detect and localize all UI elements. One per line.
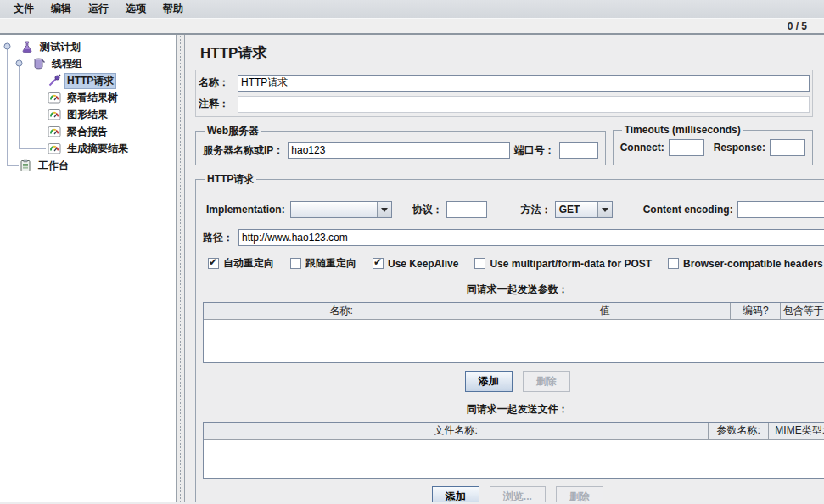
keepalive-checkbox[interactable]: Use KeepAlive	[373, 258, 458, 270]
implementation-label: Implementation:	[206, 204, 285, 216]
method-combo[interactable]: GET	[555, 201, 613, 218]
tree-item-label: 图形结果	[64, 107, 110, 123]
tree-connector	[19, 81, 46, 81]
http-request-legend: HTTP请求	[205, 172, 256, 187]
server-name-label: 服务器名称或IP：	[203, 143, 283, 158]
tree-connector	[19, 115, 46, 115]
content-encoding-label: Content encoding:	[643, 204, 733, 216]
tree-item-label: 线程组	[49, 56, 85, 72]
response-timeout-label: Response:	[714, 142, 765, 154]
timeouts-group: Timeouts (milliseconds) Connect: Respons…	[613, 124, 813, 165]
tree-connector	[19, 98, 46, 98]
tree-item-test-plan[interactable]: 测试计划	[20, 38, 83, 55]
tree-connector	[7, 165, 19, 166]
tree-item-label: HTTP请求	[64, 73, 116, 89]
checkbox-box	[373, 258, 384, 269]
params-add-button[interactable]: 添加	[465, 371, 513, 392]
params-section-title: 同请求一起发送参数：	[203, 283, 824, 297]
params-col-value[interactable]: 值	[479, 303, 731, 320]
files-col-param-name[interactable]: 参数名称:	[709, 423, 768, 440]
protocol-input[interactable]	[446, 201, 487, 218]
connect-timeout-label: Connect:	[620, 142, 664, 154]
tree-connector	[19, 148, 46, 149]
listener-gauge-icon	[48, 92, 61, 104]
implementation-combo[interactable]	[290, 201, 392, 218]
timeouts-legend: Timeouts (milliseconds)	[622, 124, 743, 136]
menu-edit[interactable]: 编辑	[42, 0, 80, 18]
port-input[interactable]	[559, 142, 598, 159]
tree-item-http-request[interactable]: HTTP请求	[48, 72, 116, 89]
files-col-filename[interactable]: 文件名称:	[204, 423, 709, 440]
follow-redirect-checkbox[interactable]: 跟随重定向	[290, 256, 356, 271]
tree-connector	[19, 65, 20, 148]
tree-item-label: 生成摘要结果	[64, 141, 131, 157]
tree-item-label: 察看结果树	[64, 90, 121, 106]
files-add-button[interactable]: 添加	[432, 486, 479, 502]
test-plan-tree: 测试计划 线程组 HTTP请求 察看结果树 图形结果	[0, 35, 176, 502]
split-pane-divider[interactable]	[176, 35, 185, 502]
tree-item-aggregate-report[interactable]: 聚合报告	[48, 123, 110, 140]
sampler-pipette-icon	[48, 74, 61, 87]
checkbox-label: Browser-compatible headers	[683, 258, 823, 270]
files-browse-button[interactable]: 浏览...	[490, 486, 546, 502]
tree-item-graph-results[interactable]: 图形结果	[48, 106, 110, 123]
connect-timeout-input[interactable]	[669, 139, 704, 156]
checkbox-box	[290, 258, 301, 269]
params-delete-button[interactable]: 删除	[523, 371, 570, 392]
tree-item-workbench[interactable]: 工作台	[19, 157, 71, 174]
files-delete-button[interactable]: 删除	[556, 486, 603, 502]
path-label: 路径：	[203, 231, 233, 245]
menu-run[interactable]: 运行	[80, 0, 117, 18]
menu-file[interactable]: 文件	[5, 0, 42, 18]
web-server-group: Web服务器 服务器名称或IP： 端口号：	[195, 124, 606, 165]
checkbox-label: Use KeepAlive	[388, 258, 458, 270]
browser-headers-checkbox[interactable]: Browser-compatible headers	[668, 258, 823, 270]
http-request-group: HTTP请求 Implementation: 协议： 方法： GET Conte…	[195, 172, 824, 502]
auto-redirect-checkbox[interactable]: 自动重定向	[208, 256, 274, 271]
checkbox-label: Use multipart/form-data for POST	[490, 258, 652, 270]
response-timeout-input[interactable]	[770, 139, 805, 156]
checkbox-label: 自动重定向	[223, 256, 274, 271]
params-table-body[interactable]	[204, 320, 824, 362]
tree-expand-handle[interactable]	[3, 42, 11, 50]
checkbox-box	[208, 258, 219, 269]
params-table[interactable]: 名称: 值 编码? 包含等于?	[203, 302, 824, 363]
port-label: 端口号：	[514, 143, 555, 158]
page-title: HTTP请求	[200, 43, 813, 63]
path-input[interactable]	[238, 229, 824, 246]
tree-connector	[7, 48, 8, 166]
tree-item-generate-summary[interactable]: 生成摘要结果	[48, 140, 131, 157]
multipart-checkbox[interactable]: Use multipart/form-data for POST	[474, 258, 652, 270]
flask-icon	[20, 40, 34, 53]
toolbar: 0 / 5	[0, 19, 824, 35]
server-name-input[interactable]	[288, 142, 509, 159]
protocol-label: 协议：	[412, 203, 443, 217]
params-col-name[interactable]: 名称:	[204, 303, 479, 320]
menu-bar: 文件 编辑 运行 选项 帮助	[0, 0, 824, 19]
tree-item-view-results-tree[interactable]: 察看结果树	[48, 89, 121, 106]
listener-gauge-icon	[48, 109, 61, 121]
checkbox-box	[668, 258, 679, 269]
chevron-down-icon	[377, 202, 391, 217]
name-input[interactable]	[238, 75, 810, 92]
chevron-down-icon	[597, 202, 612, 217]
tree-item-thread-group[interactable]: 线程组	[32, 55, 85, 72]
tree-item-label: 工作台	[36, 158, 71, 174]
files-table-body[interactable]	[204, 440, 824, 478]
comment-label: 注释：	[199, 97, 238, 111]
menu-options[interactable]: 选项	[117, 0, 154, 18]
params-col-include-equals[interactable]: 包含等于?	[781, 303, 824, 320]
files-table[interactable]: 文件名称: 参数名称: MIME类型:	[203, 422, 824, 479]
method-value: GET	[556, 204, 597, 216]
checkbox-box	[474, 258, 485, 269]
files-col-mime-type[interactable]: MIME类型:	[769, 423, 824, 440]
menu-help[interactable]: 帮助	[154, 0, 192, 18]
http-request-config-panel: HTTP请求 名称： 注释： Web服务器 服务器名称或IP： 端口号：	[185, 35, 824, 502]
params-col-encode[interactable]: 编码?	[731, 303, 781, 320]
comment-input[interactable]	[238, 96, 810, 113]
checkbox-label: 跟随重定向	[305, 256, 356, 271]
workbench-icon	[19, 159, 32, 172]
tree-connector	[19, 132, 46, 132]
tree-expand-handle[interactable]	[15, 59, 23, 67]
content-encoding-input[interactable]	[737, 201, 824, 218]
